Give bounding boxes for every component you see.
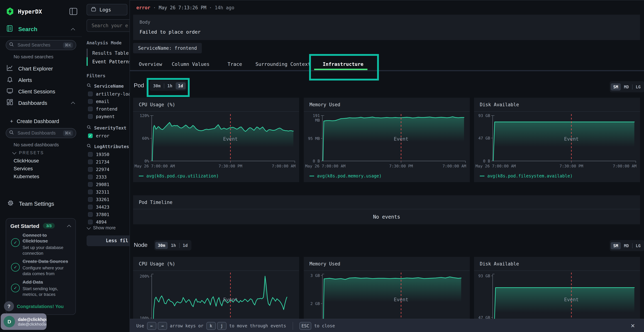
legend-line-icon <box>480 176 484 176</box>
filter-option[interactable]: email <box>88 98 109 104</box>
dashboards-collapse-chevron-icon[interactable] <box>71 102 75 106</box>
checkbox-icon[interactable] <box>88 204 93 209</box>
pod-timeline-title: Pod Timeline <box>139 200 172 205</box>
j-key[interactable]: j <box>217 322 226 330</box>
sidebar-item-client-sessions[interactable]: Client Sessions <box>6 87 55 96</box>
node-range-30m[interactable]: 30m <box>155 242 168 249</box>
checkbox-icon[interactable] <box>88 114 93 118</box>
pod-range-1h[interactable]: 1h <box>165 82 175 89</box>
filter-option[interactable]: 32311 <box>88 188 109 195</box>
checkbox-icon[interactable] <box>88 182 93 186</box>
filter-option[interactable]: 29081 <box>88 181 109 188</box>
pod-memory-card: Memory Used 191MB95 MB0 BMay 26 7:00:00 … <box>304 98 470 182</box>
filter-option[interactable]: 21734 <box>88 158 109 165</box>
filter-option[interactable]: 2333 <box>88 174 106 180</box>
pod-size-md[interactable]: MD <box>622 83 632 90</box>
event-search-input[interactable] <box>86 19 130 32</box>
checkbox-icon[interactable] <box>88 174 93 179</box>
saved-dashboards-input[interactable]: ⌘K <box>6 128 76 138</box>
filter-option[interactable]: payment <box>88 113 115 120</box>
filter-option[interactable]: 22974 <box>88 166 109 172</box>
node-size-md[interactable]: MD <box>622 242 632 249</box>
sidebar-item-alerts[interactable]: Alerts <box>6 76 32 84</box>
no-saved-searches-text: No saved searches <box>14 54 54 60</box>
create-dashboard-button[interactable]: + Create Dashboard <box>10 118 59 124</box>
filter-option[interactable]: frontend <box>88 106 117 112</box>
sidebar-item-search[interactable]: Search <box>6 25 38 33</box>
tab-column-values[interactable]: Column Values <box>172 61 210 67</box>
arrow-left-key[interactable]: ← <box>147 322 156 330</box>
filter-option[interactable]: 19350 <box>88 151 109 158</box>
filter-group-severitytext[interactable]: SeverityText <box>86 125 126 130</box>
active-tab-underline <box>314 69 368 70</box>
chart-title: Memory Used <box>310 102 340 107</box>
presets-toggle[interactable]: PRESETS <box>13 150 44 155</box>
sidebar-item-chart-explorer[interactable]: Chart Explorer <box>6 64 53 72</box>
checkbox-icon[interactable] <box>88 160 93 164</box>
checkbox-icon[interactable] <box>88 167 93 172</box>
mode-event-patterns[interactable]: Event Patterns <box>86 57 130 66</box>
tab-infrastructure[interactable]: Infrastructure <box>323 61 364 67</box>
k-key[interactable]: k <box>206 322 216 330</box>
checkbox-icon[interactable] <box>88 212 93 216</box>
node-size-lg[interactable]: LG <box>633 242 643 249</box>
filter-group-logattributes[interactable]: LogAttributes <box>86 144 129 149</box>
saved-searches-input[interactable]: ⌘K <box>6 40 76 50</box>
source-selector[interactable]: Logs <box>86 4 127 16</box>
less-filters-button[interactable]: Less fil <box>86 236 130 246</box>
checkbox-icon[interactable] <box>88 220 93 224</box>
pod-size-lg[interactable]: LG <box>633 83 643 90</box>
arrow-right-key[interactable]: → <box>158 322 167 330</box>
checkbox-checked-icon[interactable]: ✓ <box>88 133 93 138</box>
task-title[interactable]: Add Data <box>22 280 43 285</box>
checkbox-icon[interactable] <box>88 197 93 202</box>
chart-card-header: CPU Usage (%) <box>133 98 299 112</box>
sidebar-item-dashboards[interactable]: Dashboards <box>6 99 47 107</box>
filter-option-checked[interactable]: ✓error <box>88 132 109 139</box>
service-name-chip[interactable]: ServiceName: frontend <box>133 43 202 53</box>
checkbox-icon[interactable] <box>88 92 93 96</box>
preset-services[interactable]: Services <box>14 166 33 171</box>
checkbox-icon[interactable] <box>88 106 93 111</box>
collapse-sidebar-icon[interactable] <box>70 8 77 16</box>
mode-results-table[interactable]: Results Table <box>86 49 129 57</box>
user-account-chip[interactable]: D dale@clickhouse.com dale@clickhouse.co… <box>1 314 46 330</box>
search-collapse-chevron-icon[interactable] <box>71 28 75 32</box>
filter-group-servicename[interactable]: ServiceName <box>86 83 124 89</box>
close-icon[interactable]: ✕ <box>630 323 635 329</box>
filter-option[interactable]: 4894 <box>88 218 106 225</box>
filter-option[interactable]: 34423 <box>88 204 109 210</box>
chart-explorer-icon <box>6 64 13 72</box>
preset-clickhouse[interactable]: ClickHouse <box>14 158 39 164</box>
show-more-toggle[interactable]: Show more <box>87 226 116 230</box>
checkbox-icon[interactable] <box>88 190 93 194</box>
logo[interactable]: HyperDX <box>6 7 42 16</box>
task-title[interactable]: ClickHouse <box>22 238 48 244</box>
get-started-collapse-chevron-icon[interactable] <box>67 225 71 229</box>
saved-searches-field[interactable] <box>17 42 58 48</box>
node-range-1d[interactable]: 1d <box>180 242 190 249</box>
tab-overview[interactable]: Overview <box>139 61 162 67</box>
tab-surrounding-context[interactable]: Surrounding Context <box>256 61 311 67</box>
pod-range-30m[interactable]: 30m <box>150 82 163 89</box>
preset-kubernetes[interactable]: Kubernetes <box>14 174 39 179</box>
avatar: D <box>4 316 15 327</box>
node-range-1h[interactable]: 1h <box>168 242 178 249</box>
checkbox-icon[interactable] <box>88 99 93 104</box>
tab-trace[interactable]: Trace <box>228 61 242 67</box>
filter-option[interactable]: 33261 <box>88 196 109 202</box>
filter-option[interactable]: artillery-loa <box>88 90 130 97</box>
filter-option[interactable]: 37801 <box>88 211 109 218</box>
task-title[interactable]: Connect to <box>22 232 47 238</box>
saved-dashboards-field[interactable] <box>17 130 58 136</box>
esc-key[interactable]: ESC <box>299 322 311 330</box>
pod-range-1d[interactable]: 1d <box>176 82 186 89</box>
node-size-sm[interactable]: SM <box>611 242 621 249</box>
help-button[interactable]: ? <box>4 301 14 311</box>
filter-option-label: artillery-loa <box>96 91 130 96</box>
checkbox-icon[interactable] <box>88 152 93 156</box>
pod-size-sm[interactable]: SM <box>611 83 621 90</box>
pod-cpu-chart: 120%60%0%May 26 7:00:00 AM7:30:00 PM7:00… <box>133 111 299 172</box>
task-title[interactable]: Create Data Sources <box>22 259 68 264</box>
sidebar-item-team-settings[interactable]: Team Settings <box>7 200 54 208</box>
